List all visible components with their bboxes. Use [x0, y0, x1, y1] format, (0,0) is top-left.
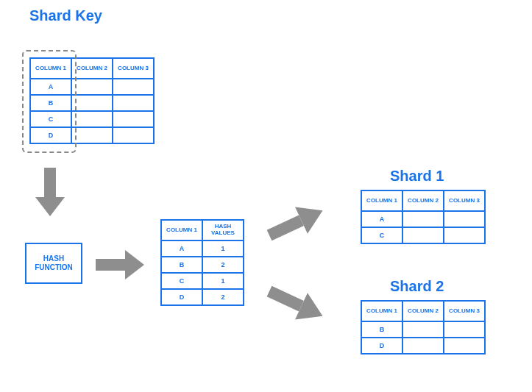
- col-header: COLUMN 1: [361, 301, 402, 321]
- cell: C: [30, 111, 71, 127]
- svg-rect-2: [96, 259, 125, 271]
- cell: 2: [202, 257, 244, 273]
- cell: [402, 227, 444, 243]
- arrow-right-icon: [96, 250, 147, 279]
- col-header: COLUMN 1: [361, 190, 402, 211]
- svg-rect-0: [44, 168, 56, 197]
- cell: D: [161, 289, 202, 305]
- cell: [113, 127, 154, 143]
- col-header: COLUMN 2: [402, 301, 444, 321]
- cell: B: [361, 321, 402, 338]
- col-header: COLUMN 1: [161, 220, 202, 240]
- cell: [71, 95, 113, 111]
- col-header: COLUMN 2: [71, 58, 113, 79]
- cell: [402, 211, 444, 227]
- svg-marker-5: [295, 197, 329, 234]
- col-header: COLUMN 3: [444, 301, 485, 321]
- col-header: COLUMN 3: [444, 190, 485, 211]
- col-header: HASH VALUES: [202, 220, 244, 240]
- arrow-downright-icon: [265, 279, 331, 324]
- svg-marker-1: [35, 197, 65, 216]
- cell: [402, 321, 444, 338]
- cell: 1: [202, 273, 244, 289]
- svg-marker-3: [125, 250, 144, 279]
- cell: [113, 95, 154, 111]
- cell: B: [30, 95, 71, 111]
- col-header: COLUMN 2: [402, 190, 444, 211]
- shard1-title: Shard 1: [390, 168, 444, 185]
- cell: [113, 79, 154, 95]
- cell: [71, 127, 113, 143]
- svg-marker-7: [295, 293, 329, 329]
- svg-rect-6: [267, 286, 304, 312]
- cell: [71, 111, 113, 127]
- cell: [402, 338, 444, 354]
- cell: B: [161, 257, 202, 273]
- shard-key-title: Shard Key: [29, 7, 102, 24]
- cell: D: [30, 127, 71, 143]
- arrow-upright-icon: [265, 206, 331, 250]
- col-header: COLUMN 1: [30, 58, 71, 79]
- shard1-table: COLUMN 1 COLUMN 2 COLUMN 3 A C: [361, 190, 486, 244]
- hash-function-box: HASH FUNCTION: [25, 243, 82, 284]
- cell: A: [361, 211, 402, 227]
- shard2-title: Shard 2: [390, 278, 444, 295]
- arrow-down-icon: [35, 168, 65, 219]
- cell: C: [361, 227, 402, 243]
- cell: C: [161, 273, 202, 289]
- col-header: COLUMN 3: [113, 58, 154, 79]
- cell: [444, 338, 485, 354]
- hash-table: COLUMN 1 HASH VALUES A1 B2 C1 D2: [160, 219, 244, 306]
- cell: [444, 321, 485, 338]
- cell: [444, 211, 485, 227]
- source-table: COLUMN 1 COLUMN 2 COLUMN 3 A B C D: [29, 57, 155, 144]
- cell: [444, 227, 485, 243]
- cell: A: [161, 240, 202, 257]
- cell: D: [361, 338, 402, 354]
- shard2-table: COLUMN 1 COLUMN 2 COLUMN 3 B D: [361, 300, 486, 354]
- cell: A: [30, 79, 71, 95]
- svg-rect-4: [267, 215, 304, 240]
- cell: 2: [202, 289, 244, 305]
- cell: [113, 111, 154, 127]
- cell: 1: [202, 240, 244, 257]
- cell: [71, 79, 113, 95]
